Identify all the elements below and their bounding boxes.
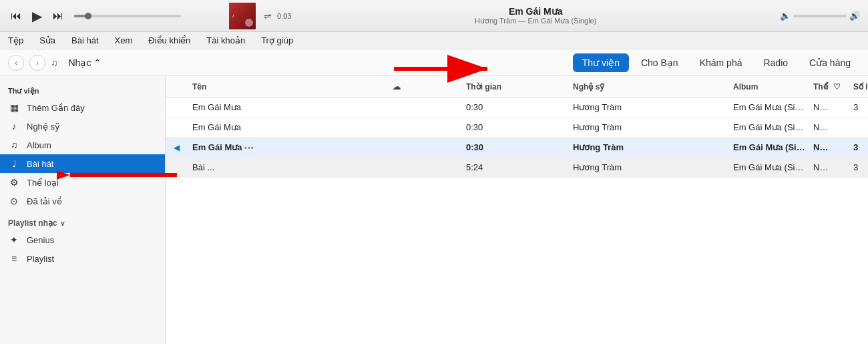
song-meta: Hương Tràm — Em Gái Mưa (Single) [299,17,772,25]
header-name[interactable]: Tên [190,82,390,92]
nav-tabs: Thư viện Cho Bạn Khám phá Radio Cửa hàng [573,53,860,72]
table-row[interactable]: Bài ... 5:24 Hương Tràm Em Gái Mưa (Sing… [166,158,868,178]
track-plays: 3 [851,142,868,152]
sidebar-item-label: Thêm Gần đây [27,103,85,113]
track-time: 0:30 [463,102,570,112]
volume-bar[interactable] [793,15,847,17]
tab-cua-hang[interactable]: Cửa hàng [800,53,860,72]
track-plays: 3 [851,102,868,112]
menu-dieukien[interactable]: Điều khiển [146,34,193,47]
sidebar-item-them-gan-day[interactable]: ▦ Thêm Gần đây [0,98,165,117]
track-name: Bài ... [190,162,390,172]
rewind-button[interactable]: ⏮ [8,9,24,23]
progress-area [74,15,221,17]
album-icon: ♫ [8,140,20,150]
song-icon: ♩ [8,158,20,169]
library-section-title: Thư viện [0,81,165,98]
sidebar-item-the-loai[interactable]: ⚙ Thể loại [0,173,165,192]
menu-trogup[interactable]: Trợ giúp [258,34,296,47]
track-genre: Nhạc Trẻ [811,102,831,112]
nav-back-button[interactable]: ‹ [8,55,24,71]
sidebar-item-da-tai-ve[interactable]: ⊙ Đã tải về [0,192,165,210]
progress-track[interactable] [74,15,181,17]
menu-tep[interactable]: Tệp [5,34,26,47]
chevron-down-icon: ∨ [60,220,65,227]
genius-icon: ✦ [8,234,20,245]
track-name: Em Gái Mưa [190,102,390,112]
sidebar-item-label: Nghệ sỹ [27,122,60,132]
menu-xem[interactable]: Xem [112,34,136,47]
sidebar-item-label: Bài hát [27,159,53,169]
playlist-section-title: Playlist nhạc ∨ [0,210,165,230]
svg-text:♪: ♪ [232,13,234,19]
nav-forward-button[interactable]: › [29,55,45,71]
music-note-icon: ♫ [51,57,58,68]
nav-music-label: Nhạc [69,57,91,68]
shuffle-icon[interactable]: ⇌ [264,11,272,21]
download-icon: ⊙ [8,196,20,206]
sidebar-item-label: Playlist [27,254,54,264]
table-row[interactable]: Em Gái Mưa 0:30 Hương Tràm Em Gái Mưa (S… [166,98,868,118]
nav-bar: ‹ › ♫ Nhạc ⌃ Thư viện Cho Bạn Khám phá R… [0,49,868,76]
header-album[interactable]: Album [730,82,811,92]
song-info: Em Gái Mưa Hương Tràm — Em Gái Mưa (Sing… [299,6,772,25]
volume-high-icon: 🔊 [849,11,860,21]
track-time: 5:24 [463,162,570,172]
tab-kham-pha[interactable]: Khám phá [690,53,752,72]
header-genre[interactable]: Thể loại [811,82,831,92]
track-list: Tên ☁ Thời gian Nghệ sỹ Album Thể loại ♡… [166,76,868,344]
sidebar-item-genius[interactable]: ✦ Genius [0,230,165,249]
menu-baihat[interactable]: Bài hát [69,34,101,47]
calendar-icon: ▦ [8,102,20,113]
time-display: 0:03 [277,12,291,20]
track-album: Em Gái Mưa (Single) [730,142,811,152]
track-album: Em Gái Mưa (Single) [730,102,811,112]
sidebar-item-label: Thể loại [27,178,59,188]
player-bar: ⏮ ▶ ⏭ ♪ [0,0,868,32]
volume-low-icon: 🔈 [780,11,791,21]
header-time[interactable]: Thời gian [463,82,570,92]
forward-button[interactable]: ⏭ [50,9,66,23]
tab-cho-ban[interactable]: Cho Bạn [632,53,688,72]
sidebar-item-label: Album [27,140,51,150]
album-art-area: ♪ ⇌ 0:03 [229,3,291,29]
track-artist: Hương Tràm [570,162,730,172]
track-list-header: Tên ☁ Thời gian Nghệ sỹ Album Thể loại ♡… [166,76,868,98]
track-time: 0:30 [463,142,570,152]
playing-indicator: ◀ [171,143,190,152]
menu-bar: Tệp Sửa Bài hát Xem Điều khiển Tài khoản… [0,32,868,49]
header-artist[interactable]: Nghệ sỹ [570,82,730,92]
track-genre: Nhạc Trẻ [811,142,831,152]
menu-sua[interactable]: Sửa [37,34,58,47]
sidebar-item-label: Đã tải về [27,196,62,206]
track-time: 0:30 [463,122,570,132]
track-genre: Nhạc Trẻ [811,162,831,172]
nav-music-dropdown[interactable]: Nhạc ⌃ [63,55,107,71]
main-content: Thư viện ▦ Thêm Gần đây ♪ Nghệ sỹ ♫ Albu… [0,76,868,344]
track-artist: Hương Tràm [570,142,730,152]
header-plays[interactable]: Số lần phát [851,82,868,92]
player-controls: ⏮ ▶ ⏭ [8,7,66,25]
volume-area: 🔈 🔊 [780,11,860,21]
tab-thu-vien[interactable]: Thư viện [573,53,629,72]
sidebar-item-album[interactable]: ♫ Album [0,136,165,154]
progress-thumb [85,13,91,19]
tab-radio[interactable]: Radio [754,53,797,72]
table-row[interactable]: ◀ Em Gái Mưa ••• 0:30 Hương Tràm Em Gái … [166,138,868,158]
chevron-down-icon: ⌃ [93,57,101,68]
play-button[interactable]: ▶ [29,7,45,25]
sidebar-item-label: Genius [27,235,54,245]
more-options-dots[interactable]: ••• [244,144,254,152]
table-row[interactable]: Em Gái Mưa 0:30 Hương Tràm Em Gái Mưa (S… [166,118,868,138]
track-album: Em Gái Mưa (Single) [730,162,811,172]
sidebar-item-nghe-sy[interactable]: ♪ Nghệ sỹ [0,117,165,136]
album-art: ♪ [229,3,256,29]
track-artist: Hương Tràm [570,102,730,112]
sidebar: Thư viện ▦ Thêm Gần đây ♪ Nghệ sỹ ♫ Albu… [0,76,166,344]
song-title: Em Gái Mưa [299,6,772,17]
genre-icon: ⚙ [8,177,20,188]
sidebar-item-playlist[interactable]: ≡ Playlist [0,249,165,268]
playlist-icon: ≡ [8,253,20,264]
sidebar-item-bai-hat[interactable]: ♩ Bài hát [0,154,165,173]
menu-taikhoan[interactable]: Tài khoản [204,34,248,47]
